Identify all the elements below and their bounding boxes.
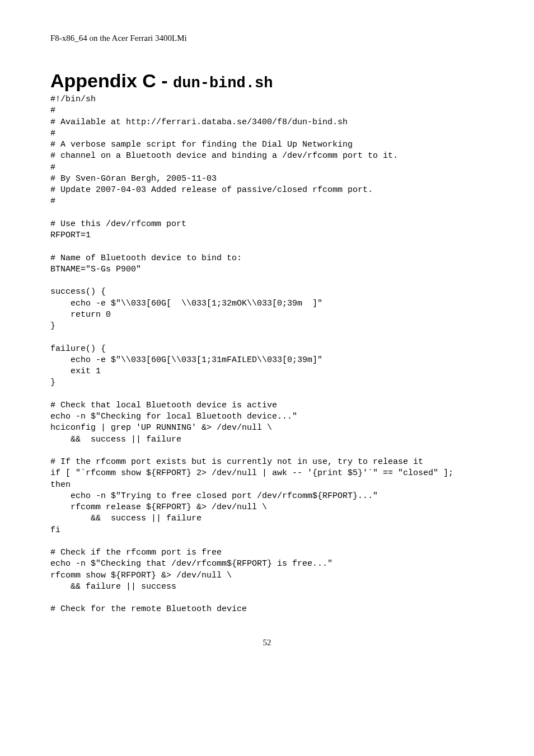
code-block: #!/bin/sh # # Available at http://ferrar… [50,94,484,616]
page-number: 52 [50,638,484,647]
appendix-title: Appendix C - dun-bind.sh [50,70,484,92]
title-text: Appendix C - [50,70,173,91]
document-page: F8-x86_64 on the Acer Ferrari 3400LMi Ap… [0,0,534,670]
page-header: F8-x86_64 on the Acer Ferrari 3400LMi [50,34,484,43]
title-filename: dun-bind.sh [173,75,273,92]
